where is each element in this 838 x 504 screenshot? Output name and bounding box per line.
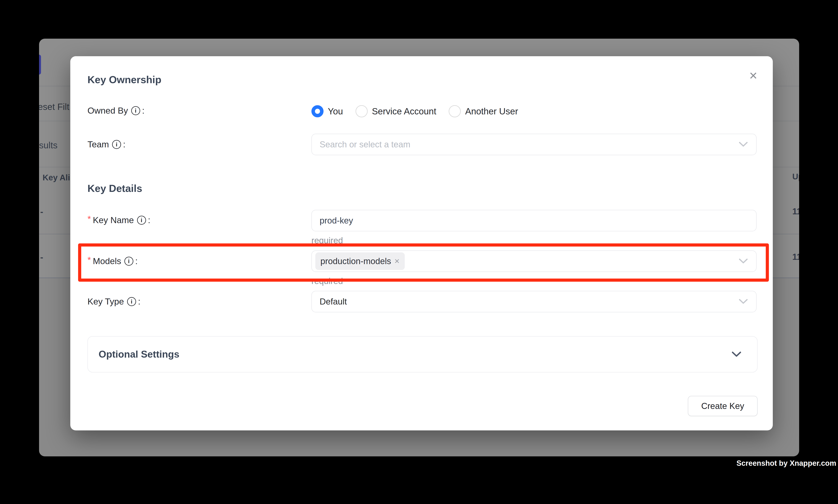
selected-model-tag-label: production-models — [320, 256, 391, 266]
models-label-text: Models — [93, 256, 121, 266]
screenshot-stage: eset Filt sults Key Alia Up - - 11/ 11/ … — [0, 0, 838, 504]
info-icon[interactable]: i — [127, 297, 136, 306]
create-key-modal: Key Ownership ✕ Owned By i : You Service… — [70, 56, 773, 430]
table-cell-date: 11/ — [792, 206, 799, 216]
radio-option-service-account[interactable]: Service Account — [356, 105, 436, 117]
required-asterisk: * — [88, 214, 91, 224]
key-type-value: Default — [312, 297, 347, 306]
column-header-key-alias: Key Alia — [42, 173, 75, 182]
radio-option-label: Service Account — [372, 106, 436, 116]
owned-by-label: Owned By i : — [88, 105, 144, 117]
label-colon: : — [123, 139, 126, 149]
results-count-fragment: sults — [39, 140, 58, 150]
info-icon[interactable]: i — [137, 216, 146, 225]
modal-title: Key Ownership — [88, 74, 161, 86]
key-name-value: prod-key — [312, 216, 353, 226]
table-cell-dash: - — [40, 252, 43, 262]
key-name-input[interactable]: prod-key — [311, 210, 756, 231]
create-key-button[interactable]: Create Key — [688, 396, 757, 416]
team-select-placeholder: Search or select a team — [312, 140, 410, 149]
radio-option-label: You — [328, 106, 343, 116]
clipped-primary-button — [39, 55, 41, 75]
team-select[interactable]: Search or select a team — [311, 134, 756, 155]
key-name-label-text: Key Name — [93, 215, 134, 225]
models-label: * Models i : — [88, 255, 138, 267]
models-required-hint: required — [311, 276, 343, 286]
chevron-down-icon — [739, 299, 748, 304]
reset-filters-button-fragment: eset Filt — [39, 102, 69, 112]
owned-by-label-text: Owned By — [88, 106, 128, 116]
chevron-down-icon — [739, 142, 748, 147]
key-name-required-hint: required — [311, 236, 343, 245]
radio-option-another-user[interactable]: Another User — [449, 105, 518, 117]
table-cell-date: 11/ — [792, 252, 799, 262]
key-details-heading: Key Details — [88, 182, 142, 194]
radio-unselected-icon[interactable] — [356, 105, 368, 117]
close-icon[interactable]: ✕ — [746, 69, 760, 83]
chevron-down-icon — [732, 352, 741, 357]
required-asterisk: * — [88, 255, 91, 265]
label-colon: : — [148, 215, 150, 225]
optional-settings-toggle[interactable]: Optional Settings — [88, 336, 757, 373]
radio-unselected-icon[interactable] — [449, 105, 461, 117]
radio-option-you[interactable]: You — [311, 105, 343, 117]
key-type-label: Key Type i : — [88, 295, 140, 308]
team-label-text: Team — [88, 139, 109, 149]
owned-by-radio-group: You Service Account Another User — [311, 105, 518, 117]
label-colon: : — [142, 106, 145, 116]
selected-model-tag: production-models ✕ — [315, 252, 405, 270]
team-label: Team i : — [88, 138, 126, 150]
models-multiselect[interactable]: production-models ✕ — [311, 250, 756, 272]
info-icon[interactable]: i — [131, 106, 140, 115]
tag-remove-icon[interactable]: ✕ — [394, 257, 400, 265]
key-name-label: * Key Name i : — [88, 214, 150, 226]
label-colon: : — [138, 296, 141, 307]
key-type-select[interactable]: Default — [311, 291, 756, 312]
chevron-down-icon — [739, 259, 748, 264]
watermark-text: Screenshot by Xnapper.com — [736, 459, 836, 468]
info-icon[interactable]: i — [124, 257, 133, 266]
column-header-updated: Up — [792, 172, 799, 181]
label-colon: : — [135, 256, 138, 266]
table-cell-dash: - — [40, 206, 43, 217]
info-icon[interactable]: i — [112, 140, 121, 149]
radio-selected-icon[interactable] — [311, 105, 323, 117]
optional-settings-label: Optional Settings — [99, 349, 179, 360]
radio-option-label: Another User — [465, 106, 518, 116]
key-type-label-text: Key Type — [88, 296, 124, 307]
